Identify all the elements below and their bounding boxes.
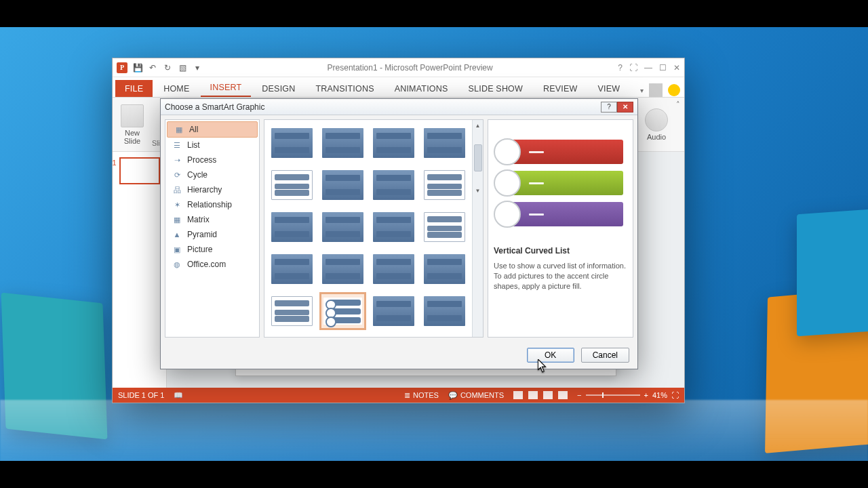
window-title: Presentation1 - Microsoft PowerPoint Pre… bbox=[202, 63, 618, 73]
layout-gallery: ▲ ▼ bbox=[264, 119, 484, 338]
audio-icon[interactable] bbox=[645, 108, 668, 131]
scroll-thumb[interactable] bbox=[474, 144, 482, 171]
layout-thumb[interactable] bbox=[421, 334, 468, 337]
layout-thumb[interactable] bbox=[370, 124, 417, 162]
process-icon: ➝ bbox=[172, 155, 182, 165]
notes-button[interactable]: ≣ NOTES bbox=[404, 391, 439, 400]
comments-button[interactable]: 💬 COMMENTS bbox=[448, 391, 504, 400]
dialog-titlebar[interactable]: Choose a SmartArt Graphic ? ✕ bbox=[161, 99, 637, 115]
layout-thumb[interactable] bbox=[269, 208, 315, 246]
layout-thumb[interactable] bbox=[370, 208, 417, 246]
layout-thumb[interactable] bbox=[370, 166, 417, 204]
ribbon-collapse-icon[interactable]: ▾ bbox=[640, 87, 644, 94]
powerpoint-logo-icon bbox=[117, 62, 127, 73]
redo-icon[interactable]: ↻ bbox=[163, 63, 172, 73]
tab-design[interactable]: DESIGN bbox=[252, 80, 304, 97]
category-picture[interactable]: ▣Picture bbox=[165, 242, 259, 257]
scroll-up-icon[interactable]: ▲ bbox=[473, 120, 483, 131]
slide-thumbnails[interactable]: 1 bbox=[113, 152, 167, 388]
zoom-value: 41% bbox=[652, 391, 667, 399]
category-officecom[interactable]: ◍Office.com bbox=[165, 257, 259, 272]
titlebar[interactable]: 💾 ↶ ↻ ▧ ▾ Presentation1 - Microsoft Powe… bbox=[113, 58, 684, 77]
slide-thumb-1[interactable]: 1 bbox=[119, 157, 160, 184]
zoom-control[interactable]: − + 41% ⛶ bbox=[577, 391, 679, 399]
layout-thumb[interactable] bbox=[370, 334, 417, 337]
layout-thumb[interactable] bbox=[319, 334, 366, 337]
category-process[interactable]: ➝Process bbox=[165, 152, 259, 167]
qat-more-icon[interactable]: ▾ bbox=[193, 63, 202, 73]
layout-thumb[interactable] bbox=[319, 250, 366, 288]
layout-thumb[interactable] bbox=[319, 124, 366, 162]
slide-counter: SLIDE 1 OF 1 bbox=[118, 391, 164, 399]
tab-view[interactable]: VIEW bbox=[589, 80, 630, 97]
new-slide-label: New Slide bbox=[124, 129, 140, 145]
quick-access-toolbar: 💾 ↶ ↻ ▧ ▾ bbox=[117, 62, 202, 73]
feedback-smile-icon[interactable] bbox=[668, 84, 680, 96]
category-hierarchy[interactable]: 品Hierarchy bbox=[165, 182, 259, 197]
layout-thumb[interactable] bbox=[421, 208, 468, 246]
scroll-down-icon[interactable]: ▼ bbox=[473, 185, 483, 196]
layout-thumb[interactable] bbox=[269, 166, 315, 204]
ok-button[interactable]: OK bbox=[527, 348, 574, 363]
dialog-close-icon[interactable]: ✕ bbox=[617, 102, 633, 113]
layout-thumb[interactable] bbox=[421, 166, 468, 204]
layout-thumb[interactable] bbox=[370, 292, 417, 330]
user-avatar[interactable] bbox=[649, 83, 663, 97]
cancel-button[interactable]: Cancel bbox=[581, 348, 629, 363]
save-icon[interactable]: 💾 bbox=[133, 63, 142, 73]
category-list-item[interactable]: ☰List bbox=[165, 138, 259, 152]
layout-thumb[interactable] bbox=[269, 124, 315, 162]
dialog-title: Choose a SmartArt Graphic bbox=[165, 102, 601, 112]
tab-animations[interactable]: ANIMATIONS bbox=[385, 80, 458, 97]
tab-transitions[interactable]: TRANSITIONS bbox=[306, 80, 383, 97]
layout-thumb[interactable] bbox=[269, 250, 315, 288]
category-cycle[interactable]: ⟳Cycle bbox=[165, 167, 259, 182]
statusbar: SLIDE 1 OF 1 📖 ≣ NOTES 💬 COMMENTS − + 41… bbox=[113, 388, 684, 403]
layout-thumb[interactable] bbox=[421, 250, 468, 288]
tab-home[interactable]: HOME bbox=[154, 80, 199, 97]
layout-thumb[interactable] bbox=[421, 292, 468, 330]
layout-preview: Vertical Curved List Use to show a curve… bbox=[488, 119, 633, 338]
tab-insert[interactable]: INSERT bbox=[201, 79, 252, 97]
tab-file[interactable]: FILE bbox=[115, 80, 153, 97]
preview-description: Use to show a curved list of information… bbox=[494, 261, 627, 291]
tab-slideshow[interactable]: SLIDE SHOW bbox=[459, 80, 533, 97]
matrix-icon: ▦ bbox=[172, 215, 182, 224]
minimize-icon[interactable]: — bbox=[644, 63, 652, 73]
tab-review[interactable]: REVIEW bbox=[534, 80, 587, 97]
category-matrix[interactable]: ▦Matrix bbox=[165, 212, 259, 227]
gallery-scrollbar[interactable]: ▲ ▼ bbox=[472, 120, 483, 337]
maximize-icon[interactable]: ☐ bbox=[659, 63, 667, 73]
layout-thumb[interactable] bbox=[421, 124, 468, 162]
dialog-footer: OK Cancel bbox=[161, 342, 637, 369]
slideshow-start-icon[interactable]: ▧ bbox=[178, 63, 187, 73]
smartart-dialog: Choose a SmartArt Graphic ? ✕ ▦All ☰List… bbox=[160, 98, 638, 369]
dialog-help-icon[interactable]: ? bbox=[601, 102, 617, 113]
category-pyramid[interactable]: ▲Pyramid bbox=[165, 227, 259, 242]
layout-thumb-vertical-curved-list[interactable] bbox=[319, 292, 366, 330]
help-icon[interactable]: ? bbox=[618, 63, 623, 73]
category-all[interactable]: ▦All bbox=[167, 121, 258, 138]
layout-thumb[interactable] bbox=[319, 166, 366, 204]
fit-to-window-icon[interactable]: ⛶ bbox=[671, 391, 679, 399]
preview-graphic bbox=[494, 125, 627, 241]
spellcheck-icon[interactable]: 📖 bbox=[174, 391, 183, 400]
ribbon-collapse-caret-icon[interactable]: ˄ bbox=[676, 100, 680, 109]
ribbon-display-icon[interactable]: ⛶ bbox=[629, 63, 637, 73]
new-slide-icon[interactable] bbox=[121, 104, 144, 127]
cycle-icon: ⟳ bbox=[172, 170, 182, 180]
layout-thumb[interactable] bbox=[319, 208, 366, 246]
layout-thumb[interactable] bbox=[370, 250, 417, 288]
view-switcher[interactable] bbox=[513, 391, 568, 399]
picture-icon: ▣ bbox=[172, 245, 182, 254]
category-relationship[interactable]: ✶Relationship bbox=[165, 197, 259, 212]
preview-bar-3 bbox=[502, 202, 623, 226]
undo-icon[interactable]: ↶ bbox=[148, 63, 157, 73]
decor-block bbox=[797, 206, 868, 337]
zoom-slider[interactable] bbox=[586, 394, 640, 396]
layout-thumb[interactable] bbox=[269, 292, 315, 330]
preview-bar-2 bbox=[502, 171, 623, 195]
close-icon[interactable]: ✕ bbox=[673, 63, 680, 73]
layout-thumb[interactable] bbox=[269, 334, 315, 337]
preview-title: Vertical Curved List bbox=[494, 246, 627, 256]
